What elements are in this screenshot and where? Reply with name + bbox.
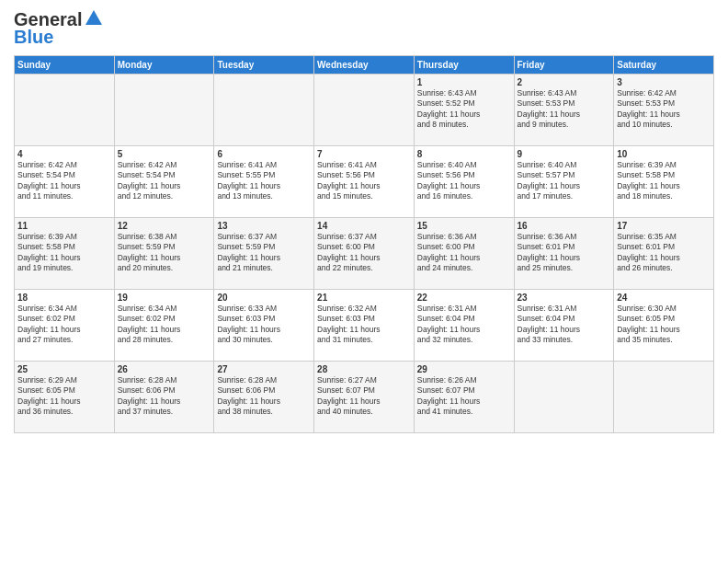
calendar-cell: 7Sunrise: 6:41 AMSunset: 5:56 PMDaylight… xyxy=(314,146,415,218)
day-number: 2 xyxy=(518,77,611,87)
day-info: Sunrise: 6:42 AMSunset: 5:54 PMDaylight:… xyxy=(118,160,211,202)
calendar-cell: 1Sunrise: 6:43 AMSunset: 5:52 PMDaylight… xyxy=(414,75,514,146)
day-info: Sunrise: 6:37 AMSunset: 5:59 PMDaylight:… xyxy=(217,232,311,274)
day-info: Sunrise: 6:42 AMSunset: 5:53 PMDaylight:… xyxy=(617,88,711,131)
logo-blue-text: Blue xyxy=(14,27,53,48)
calendar-week-row: 4Sunrise: 6:42 AMSunset: 5:54 PMDaylight… xyxy=(15,146,714,218)
day-info: Sunrise: 6:33 AMSunset: 6:03 PMDaylight:… xyxy=(217,304,311,346)
day-of-week-header: Sunday xyxy=(15,56,115,75)
day-info: Sunrise: 6:30 AMSunset: 6:05 PMDaylight:… xyxy=(617,304,711,346)
calendar-body: 1Sunrise: 6:43 AMSunset: 5:52 PMDaylight… xyxy=(15,75,714,433)
day-info: Sunrise: 6:31 AMSunset: 6:04 PMDaylight:… xyxy=(518,304,611,346)
day-info: Sunrise: 6:41 AMSunset: 5:56 PMDaylight:… xyxy=(317,160,411,202)
day-number: 4 xyxy=(17,149,111,159)
day-info: Sunrise: 6:31 AMSunset: 6:04 PMDaylight:… xyxy=(417,304,511,346)
calendar-cell: 11Sunrise: 6:39 AMSunset: 5:58 PMDayligh… xyxy=(15,218,115,290)
day-of-week-header: Saturday xyxy=(614,56,714,75)
day-number: 14 xyxy=(317,221,411,231)
calendar-week-row: 18Sunrise: 6:34 AMSunset: 6:02 PMDayligh… xyxy=(15,290,714,362)
calendar-cell: 3Sunrise: 6:42 AMSunset: 5:53 PMDaylight… xyxy=(614,75,714,146)
calendar-cell: 5Sunrise: 6:42 AMSunset: 5:54 PMDaylight… xyxy=(114,146,214,218)
logo-icon xyxy=(84,8,104,29)
day-info: Sunrise: 6:34 AMSunset: 6:02 PMDaylight:… xyxy=(17,304,111,346)
day-info: Sunrise: 6:43 AMSunset: 5:52 PMDaylight:… xyxy=(417,88,511,131)
logo: General Blue xyxy=(14,9,104,48)
day-number: 11 xyxy=(17,221,111,231)
day-number: 19 xyxy=(118,293,211,303)
calendar-cell: 22Sunrise: 6:31 AMSunset: 6:04 PMDayligh… xyxy=(414,290,514,362)
calendar-cell: 17Sunrise: 6:35 AMSunset: 6:01 PMDayligh… xyxy=(614,218,714,290)
day-info: Sunrise: 6:39 AMSunset: 5:58 PMDaylight:… xyxy=(17,232,111,274)
calendar-cell xyxy=(314,75,415,146)
calendar-cell: 12Sunrise: 6:38 AMSunset: 5:59 PMDayligh… xyxy=(114,218,214,290)
day-number: 8 xyxy=(417,149,511,159)
day-info: Sunrise: 6:42 AMSunset: 5:54 PMDaylight:… xyxy=(17,160,111,202)
day-info: Sunrise: 6:35 AMSunset: 6:01 PMDaylight:… xyxy=(617,232,711,274)
calendar-cell: 13Sunrise: 6:37 AMSunset: 5:59 PMDayligh… xyxy=(214,218,314,290)
days-of-week-row: SundayMondayTuesdayWednesdayThursdayFrid… xyxy=(15,56,714,75)
calendar-cell: 2Sunrise: 6:43 AMSunset: 5:53 PMDaylight… xyxy=(514,75,614,146)
calendar-cell: 8Sunrise: 6:40 AMSunset: 5:56 PMDaylight… xyxy=(414,146,514,218)
day-number: 20 xyxy=(217,293,311,303)
day-number: 21 xyxy=(317,293,411,303)
day-info: Sunrise: 6:34 AMSunset: 6:02 PMDaylight:… xyxy=(118,304,211,346)
calendar-cell: 18Sunrise: 6:34 AMSunset: 6:02 PMDayligh… xyxy=(15,290,115,362)
calendar-cell: 26Sunrise: 6:28 AMSunset: 6:06 PMDayligh… xyxy=(114,362,214,433)
day-number: 24 xyxy=(617,293,711,303)
day-number: 17 xyxy=(617,221,711,231)
day-number: 29 xyxy=(417,364,511,374)
day-number: 3 xyxy=(617,77,711,87)
calendar-week-row: 1Sunrise: 6:43 AMSunset: 5:52 PMDaylight… xyxy=(15,75,714,146)
calendar-cell: 29Sunrise: 6:26 AMSunset: 6:07 PMDayligh… xyxy=(414,362,514,433)
calendar-cell xyxy=(15,75,115,146)
calendar-cell: 24Sunrise: 6:30 AMSunset: 6:05 PMDayligh… xyxy=(614,290,714,362)
day-number: 10 xyxy=(617,149,711,159)
calendar-cell: 9Sunrise: 6:40 AMSunset: 5:57 PMDaylight… xyxy=(514,146,614,218)
day-info: Sunrise: 6:26 AMSunset: 6:07 PMDaylight:… xyxy=(417,375,511,418)
day-info: Sunrise: 6:28 AMSunset: 6:06 PMDaylight:… xyxy=(118,375,211,418)
day-number: 5 xyxy=(118,149,211,159)
day-number: 6 xyxy=(217,149,311,159)
day-number: 12 xyxy=(118,221,211,231)
calendar-cell: 28Sunrise: 6:27 AMSunset: 6:07 PMDayligh… xyxy=(314,362,415,433)
day-number: 16 xyxy=(518,221,611,231)
calendar-cell xyxy=(514,362,614,433)
day-number: 9 xyxy=(518,149,611,159)
calendar-cell: 23Sunrise: 6:31 AMSunset: 6:04 PMDayligh… xyxy=(514,290,614,362)
day-of-week-header: Thursday xyxy=(414,56,514,75)
day-number: 15 xyxy=(417,221,511,231)
calendar-cell: 15Sunrise: 6:36 AMSunset: 6:00 PMDayligh… xyxy=(414,218,514,290)
day-info: Sunrise: 6:32 AMSunset: 6:03 PMDaylight:… xyxy=(317,304,411,346)
calendar-cell: 20Sunrise: 6:33 AMSunset: 6:03 PMDayligh… xyxy=(214,290,314,362)
day-info: Sunrise: 6:29 AMSunset: 6:05 PMDaylight:… xyxy=(17,375,111,418)
calendar-cell: 14Sunrise: 6:37 AMSunset: 6:00 PMDayligh… xyxy=(314,218,415,290)
day-of-week-header: Friday xyxy=(514,56,614,75)
calendar-cell xyxy=(214,75,314,146)
day-number: 13 xyxy=(217,221,311,231)
calendar-cell: 27Sunrise: 6:28 AMSunset: 6:06 PMDayligh… xyxy=(214,362,314,433)
day-of-week-header: Monday xyxy=(114,56,214,75)
day-number: 26 xyxy=(118,364,211,374)
calendar-header: SundayMondayTuesdayWednesdayThursdayFrid… xyxy=(15,56,714,75)
day-number: 1 xyxy=(417,77,511,87)
day-number: 25 xyxy=(17,364,111,374)
day-info: Sunrise: 6:36 AMSunset: 6:01 PMDaylight:… xyxy=(518,232,611,274)
day-number: 7 xyxy=(317,149,411,159)
calendar-week-row: 25Sunrise: 6:29 AMSunset: 6:05 PMDayligh… xyxy=(15,362,714,433)
calendar-cell: 6Sunrise: 6:41 AMSunset: 5:55 PMDaylight… xyxy=(214,146,314,218)
calendar-cell: 10Sunrise: 6:39 AMSunset: 5:58 PMDayligh… xyxy=(614,146,714,218)
calendar-container: General Blue SundayMondayTuesdayWednesda… xyxy=(0,0,728,563)
day-info: Sunrise: 6:27 AMSunset: 6:07 PMDaylight:… xyxy=(317,375,411,418)
day-number: 28 xyxy=(317,364,411,374)
calendar-cell: 19Sunrise: 6:34 AMSunset: 6:02 PMDayligh… xyxy=(114,290,214,362)
day-number: 23 xyxy=(518,293,611,303)
day-info: Sunrise: 6:40 AMSunset: 5:56 PMDaylight:… xyxy=(417,160,511,202)
calendar-week-row: 11Sunrise: 6:39 AMSunset: 5:58 PMDayligh… xyxy=(15,218,714,290)
day-of-week-header: Tuesday xyxy=(214,56,314,75)
day-number: 27 xyxy=(217,364,311,374)
day-number: 18 xyxy=(17,293,111,303)
day-info: Sunrise: 6:38 AMSunset: 5:59 PMDaylight:… xyxy=(118,232,211,274)
calendar-cell xyxy=(614,362,714,433)
calendar-cell: 25Sunrise: 6:29 AMSunset: 6:05 PMDayligh… xyxy=(15,362,115,433)
day-number: 22 xyxy=(417,293,511,303)
